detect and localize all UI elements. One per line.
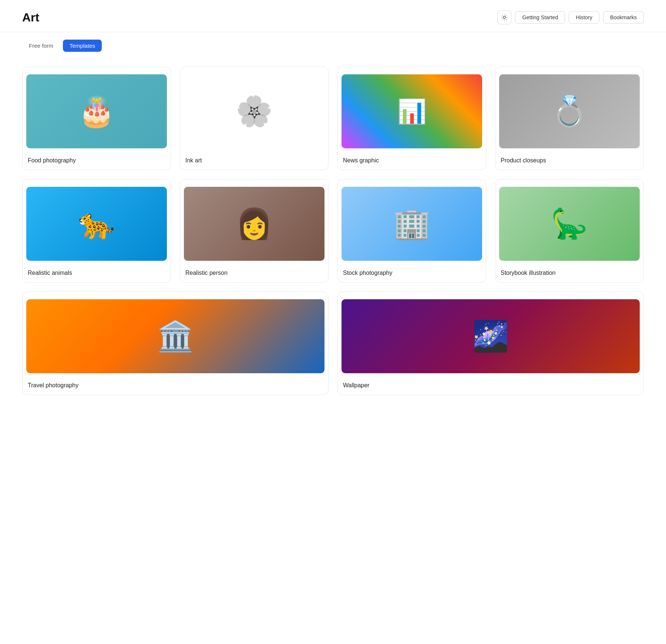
card-wallpaper[interactable]: Wallpaper	[337, 291, 644, 395]
app-header: Art Getting Started History Bookmarks	[0, 0, 666, 32]
card-product-closeups[interactable]: Product closeups	[495, 67, 644, 170]
getting-started-button[interactable]: Getting Started	[515, 11, 565, 24]
header-actions: Getting Started History Bookmarks	[497, 10, 644, 24]
realistic-person-image	[184, 187, 324, 261]
theme-icon-button[interactable]	[497, 10, 511, 24]
card-label-travel-photography: Travel photography	[23, 377, 328, 395]
tab-templates[interactable]: Templates	[63, 40, 102, 52]
ink-art-image	[184, 74, 324, 148]
card-label-stock-photography: Stock photography	[338, 264, 486, 282]
card-travel-photography[interactable]: Travel photography	[22, 291, 329, 395]
card-image-wrap	[495, 67, 643, 148]
card-image-wrap	[180, 67, 328, 148]
template-grid: Food photography Ink art News graphic Pr…	[0, 59, 666, 426]
theme-icon	[501, 14, 508, 21]
history-button[interactable]: History	[569, 11, 599, 24]
travel-photography-image	[26, 299, 324, 373]
card-image-wrap	[338, 179, 486, 261]
card-label-news-graphic: News graphic	[338, 152, 486, 170]
card-label-ink-art: Ink art	[180, 152, 328, 170]
card-label-realistic-person: Realistic person	[180, 264, 328, 282]
news-graphic-image	[342, 74, 482, 148]
card-label-product-closeups: Product closeups	[495, 152, 643, 170]
wallpaper-image	[342, 299, 640, 373]
tab-free-form[interactable]: Free form	[22, 40, 60, 52]
card-image-wrap	[180, 179, 328, 261]
card-realistic-animals[interactable]: Realistic animals	[22, 179, 171, 283]
card-image-wrap	[23, 292, 328, 373]
tabs-bar: Free form Templates	[0, 32, 666, 59]
grid-row-1: Food photography Ink art News graphic Pr…	[22, 67, 644, 170]
card-image-wrap	[495, 179, 643, 261]
card-label-wallpaper: Wallpaper	[338, 377, 643, 395]
card-label-realistic-animals: Realistic animals	[23, 264, 171, 282]
page-title: Art	[22, 11, 39, 24]
food-photography-image	[26, 74, 167, 148]
card-image-wrap	[338, 292, 643, 373]
grid-row-2: Realistic animals Realistic person Stock…	[22, 179, 644, 283]
card-realistic-person[interactable]: Realistic person	[180, 179, 329, 283]
bookmarks-button[interactable]: Bookmarks	[603, 11, 644, 24]
svg-point-0	[503, 16, 505, 18]
card-food-photography[interactable]: Food photography	[22, 67, 171, 170]
card-news-graphic[interactable]: News graphic	[337, 67, 486, 170]
card-image-wrap	[338, 67, 486, 148]
card-label-food-photography: Food photography	[23, 152, 171, 170]
storybook-illustration-image	[499, 187, 640, 261]
card-stock-photography[interactable]: Stock photography	[337, 179, 486, 283]
product-closeups-image	[499, 74, 640, 148]
stock-photography-image	[342, 187, 482, 261]
card-storybook-illustration[interactable]: Storybook illustration	[495, 179, 644, 283]
card-image-wrap	[23, 67, 171, 148]
realistic-animals-image	[26, 187, 167, 261]
card-ink-art[interactable]: Ink art	[180, 67, 329, 170]
card-label-storybook-illustration: Storybook illustration	[495, 264, 643, 282]
grid-row-3: Travel photography Wallpaper	[22, 291, 644, 395]
card-image-wrap	[23, 179, 171, 261]
